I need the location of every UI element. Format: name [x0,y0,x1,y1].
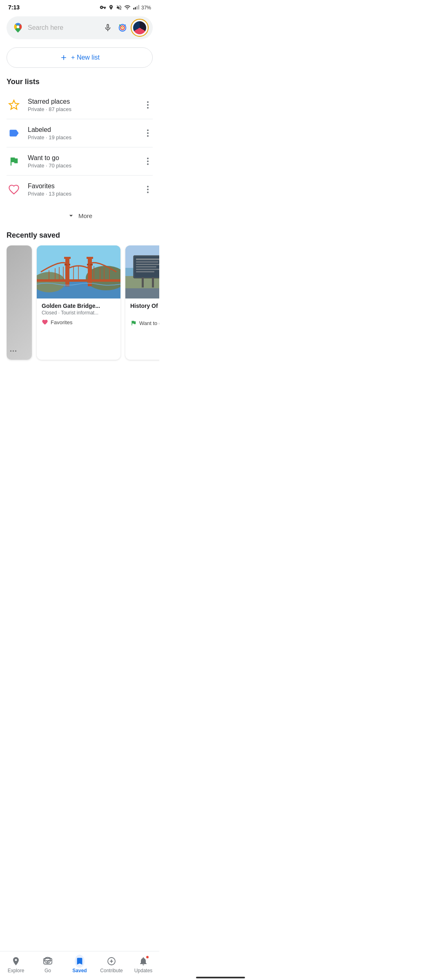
want-to-go-icon-wrapper [7,154,21,169]
list-item-favorites[interactable]: Favorites Private · 13 places [7,176,153,203]
history-sign-svg [125,245,159,298]
labeled-menu-button[interactable] [143,128,153,138]
label-icon [8,127,20,139]
labeled-info: Labeled Private · 19 places [28,126,136,140]
partial-indicator: ··· [10,347,17,356]
location-status-icon [108,4,114,10]
golden-gate-title: Golden Gate Bridge... [42,303,116,309]
status-icons: 37% [100,4,151,11]
mute-icon [116,4,122,11]
favorites-icon-wrapper [7,182,21,197]
history-tag: Want to go [130,320,159,326]
starred-info: Starred places Private · 87 places [28,98,136,112]
status-time: 7:13 [8,4,20,11]
flag-tag-icon [130,320,137,326]
heart-icon [8,184,20,195]
new-list-label: + New list [71,54,100,61]
wifi-icon [124,4,131,11]
chevron-down-icon [67,212,75,220]
history-image [125,245,159,298]
starred-meta: Private · 87 places [28,106,136,112]
svg-point-4 [17,25,20,28]
history-title: History Of Golden G... [130,303,159,309]
your-lists-title: Your lists [0,74,159,91]
golden-gate-tag: Favorites [42,319,116,325]
list-item-labeled[interactable]: Labeled Private · 19 places [7,119,153,147]
recently-saved-title: Recently saved [7,231,159,240]
search-bar[interactable]: Search here [7,16,153,39]
signal-icon [133,4,139,11]
search-bar-container: Search here [0,13,159,44]
svg-rect-40 [136,271,154,272]
svg-rect-28 [37,279,120,282]
more-button[interactable]: More [0,203,159,228]
star-icon [8,99,20,111]
recently-saved-section: Recently saved ··· [0,228,159,366]
svg-rect-36 [136,261,158,263]
svg-rect-42 [152,277,154,287]
saved-card-history[interactable]: History Of Golden G... Want to go [125,245,159,360]
starred-icon-wrapper [7,98,21,112]
svg-rect-35 [136,258,159,260]
new-list-container: + New list [0,44,159,74]
want-to-go-name: Want to go [28,154,136,162]
battery-status: 37% [141,4,151,11]
svg-rect-15 [87,257,93,259]
svg-point-7 [122,27,123,29]
svg-rect-2 [136,6,138,10]
golden-gate-subtitle: Closed · Tourist informat... [42,310,116,316]
key-icon [100,4,106,11]
list-items-container: Starred places Private · 87 places Label… [0,91,159,203]
want-to-go-meta: Private · 70 places [28,163,136,169]
svg-rect-1 [135,7,136,9]
golden-gate-body: Golden Gate Bridge... Closed · Tourist i… [37,298,120,330]
labeled-icon-wrapper [7,126,21,140]
starred-name: Starred places [28,98,136,105]
saved-card-partial-left[interactable]: ··· [7,245,32,360]
flag-icon [8,156,20,167]
starred-menu-button[interactable] [143,100,153,110]
svg-rect-38 [136,266,156,267]
labeled-name: Labeled [28,126,136,134]
golden-gate-bridge-svg [37,245,120,298]
google-maps-logo [12,22,24,33]
lens-button[interactable] [118,23,127,33]
status-bar: 7:13 37% [0,0,159,13]
want-to-go-menu-button[interactable] [143,156,153,166]
favorites-name: Favorites [28,183,136,190]
saved-cards-scroll[interactable]: ··· [7,245,159,363]
new-list-button[interactable]: + New list [7,47,153,68]
list-item-want-to-go[interactable]: Want to go Private · 70 places [7,147,153,176]
svg-rect-12 [65,258,69,286]
svg-rect-39 [136,269,159,270]
labeled-meta: Private · 19 places [28,134,136,140]
golden-gate-image [37,245,120,298]
search-actions [103,20,147,35]
favorites-menu-button[interactable] [143,185,153,194]
svg-rect-41 [142,277,144,287]
your-lists-section: Your lists Starred places Private · 87 p… [0,74,159,228]
history-subtitle [130,310,159,316]
more-label: More [78,212,92,219]
favorites-info: Favorites Private · 13 places [28,183,136,197]
list-item-starred[interactable]: Starred places Private · 87 places [7,91,153,119]
history-body: History Of Golden G... Want to go [125,298,159,330]
svg-rect-3 [138,5,139,9]
mic-button[interactable] [103,23,113,33]
svg-rect-14 [64,257,71,259]
heart-tag-icon [42,319,48,325]
plus-icon [60,53,68,62]
want-to-go-info: Want to go Private · 70 places [28,154,136,169]
svg-rect-0 [133,8,134,9]
svg-rect-37 [136,264,159,265]
svg-rect-13 [88,258,92,286]
favorites-meta: Private · 13 places [28,191,136,197]
saved-card-golden-gate[interactable]: Golden Gate Bridge... Closed · Tourist i… [37,245,120,360]
search-placeholder: Search here [28,24,99,31]
user-avatar[interactable] [132,20,147,35]
